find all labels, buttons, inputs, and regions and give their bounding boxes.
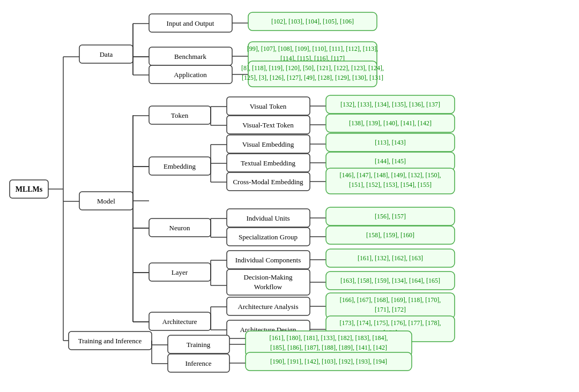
l2-architecture-label: Architecture bbox=[162, 318, 197, 326]
l3-visual-text-token-label: Visual-Text Token bbox=[242, 121, 294, 129]
refs-arch-analysis-line2: [171], [172] bbox=[375, 306, 406, 313]
l3-spec-group-label: Specialization Group bbox=[238, 233, 297, 241]
l1-data-label: Data bbox=[99, 50, 113, 58]
l2-token-label: Token bbox=[170, 111, 188, 119]
refs-spec-group: [158], [159], [160] bbox=[366, 231, 414, 239]
l1-train-infer-label: Training and Inference bbox=[78, 337, 142, 345]
l1-model-label: Model bbox=[97, 197, 115, 205]
l2-embedding-label: Embedding bbox=[164, 162, 196, 170]
l3-visual-embedding-label: Visual Embedding bbox=[242, 140, 294, 148]
refs-cross-modal-line1: [146], [147], [148], [149], [132], [150]… bbox=[339, 171, 441, 179]
refs-application-line1: [8], [118], [119], [120], [50], [121], [… bbox=[241, 64, 383, 72]
l3-arch-analysis-label: Architecture Analysis bbox=[237, 303, 298, 311]
refs-arch-analysis-line1: [166], [167], [168], [169], [118], [170]… bbox=[339, 296, 441, 304]
refs-application-line2: [125], [3], [126], [127], [49], [128], [… bbox=[242, 74, 383, 81]
refs-visual-token: [132], [133], [134], [135], [136], [137] bbox=[340, 101, 440, 108]
l3-decision-workflow-label-line1: Decision-Making bbox=[243, 273, 292, 281]
l2-neuron-label: Neuron bbox=[169, 224, 190, 232]
l2-layer-label: Layer bbox=[171, 268, 188, 276]
l3-individual-components-label: Individual Components bbox=[235, 256, 300, 264]
refs-individual-units: [156], [157] bbox=[375, 213, 406, 220]
l3-individual-units-label: Indvidual Units bbox=[246, 214, 290, 222]
refs-decision-workflow: [163], [158], [159], [134], [164], [165] bbox=[340, 277, 440, 284]
refs-benchmark-line1: [99], [107], [108], [109], [110], [111],… bbox=[247, 45, 378, 52]
refs-cross-modal-line2: [151], [152], [153], [154], [155] bbox=[349, 181, 432, 189]
l3-textual-embedding-label: Textual Embedding bbox=[241, 159, 295, 167]
refs-inference: [190], [191], [142], [103], [192], [193]… bbox=[270, 358, 387, 365]
l3-visual-token-label: Visual Token bbox=[249, 102, 286, 110]
refs-textual-embedding: [144], [145] bbox=[375, 157, 406, 165]
l3-decision-workflow-label-line2: Workflow bbox=[254, 283, 282, 291]
l2-application-label: Application bbox=[174, 71, 207, 79]
refs-input-output: [102], [103], [104], [105], [106] bbox=[271, 18, 354, 25]
l2-inference-label: Inference bbox=[185, 359, 211, 367]
l2-benchmark-label: Benchmark bbox=[174, 52, 206, 61]
refs-training-line2: [185], [186], [187], [188], [189], [141]… bbox=[270, 344, 387, 351]
root-label: MLLMs bbox=[15, 185, 42, 193]
l3-cross-modal-label: Cross-Modal Embedding bbox=[233, 178, 303, 186]
refs-training-line1: [161], [180], [181], [133], [182], [183]… bbox=[269, 334, 388, 342]
refs-visual-text-token: [138], [139], [140], [141], [142] bbox=[349, 119, 432, 127]
refs-arch-design-line1: [173], [174], [175], [176], [177], [178]… bbox=[339, 319, 441, 327]
l2-training-label: Training bbox=[186, 341, 210, 349]
refs-visual-embedding: [113], [143] bbox=[375, 139, 406, 146]
refs-individual-components: [161], [132], [162], [163] bbox=[358, 254, 423, 262]
l2-input-output-label: Input and Output bbox=[166, 19, 214, 27]
